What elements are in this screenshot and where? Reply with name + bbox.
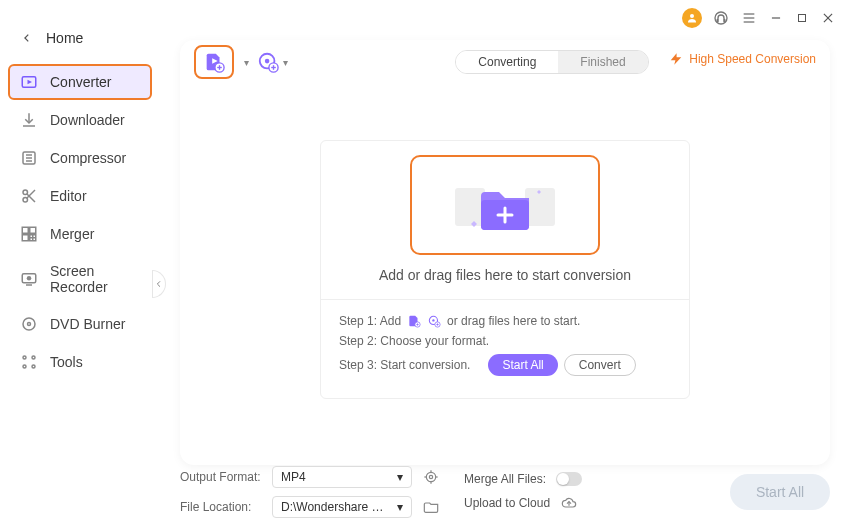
step-2: Step 2: Choose your format. xyxy=(339,334,671,348)
open-folder-icon[interactable] xyxy=(422,498,440,516)
step-1: Step 1: Add or drag files here to start. xyxy=(339,314,671,328)
add-file-button[interactable] xyxy=(194,45,234,79)
converter-icon xyxy=(20,73,38,91)
sidebar-item-merger[interactable]: Merger xyxy=(8,216,152,252)
svg-point-31 xyxy=(28,323,31,326)
step-3: Step 3: Start conversion. Start All Conv… xyxy=(339,354,671,376)
cloud-upload-icon[interactable] xyxy=(560,494,578,512)
content-panel: ▾ ▾ Converting Finished High Speed Co xyxy=(180,40,830,465)
svg-point-60 xyxy=(429,475,432,478)
svg-marker-12 xyxy=(28,80,33,85)
add-file-dropdown-caret[interactable]: ▾ xyxy=(244,57,249,68)
add-file-mini-icon xyxy=(407,314,421,328)
sidebar-item-tools[interactable]: Tools xyxy=(8,344,152,380)
sidebar-item-label: Converter xyxy=(50,74,111,90)
chevron-left-icon xyxy=(155,280,163,288)
sidebar-item-converter[interactable]: Converter xyxy=(8,64,152,100)
svg-point-55 xyxy=(432,319,434,321)
dropzone-text: Add or drag files here to start conversi… xyxy=(335,267,675,283)
add-dvd-icon xyxy=(257,51,279,73)
sidebar-item-label: Tools xyxy=(50,354,83,370)
svg-rect-22 xyxy=(30,227,36,233)
chevron-down-icon: ▾ xyxy=(397,470,403,484)
sidebar-home[interactable]: Home xyxy=(0,22,160,64)
dropzone-box[interactable] xyxy=(410,155,600,255)
sidebar-item-label: Editor xyxy=(50,188,87,204)
chevron-left-icon xyxy=(22,33,32,43)
svg-marker-45 xyxy=(671,53,682,65)
sidebar-item-label: Screen Recorder xyxy=(50,263,140,295)
merge-label: Merge All Files: xyxy=(464,472,546,486)
sidebar: Home Converter Downloader Compressor Edi… xyxy=(0,0,160,525)
sidebar-item-label: DVD Burner xyxy=(50,316,125,332)
svg-point-28 xyxy=(27,276,32,281)
dropzone-steps: Step 1: Add or drag files here to start.… xyxy=(321,299,689,398)
add-file-icon xyxy=(203,51,225,73)
svg-rect-23 xyxy=(22,235,28,241)
chevron-down-icon: ▾ xyxy=(397,500,403,514)
sidebar-item-screen-recorder[interactable]: Screen Recorder xyxy=(8,254,152,304)
sidebar-item-compressor[interactable]: Compressor xyxy=(8,140,152,176)
file-location-value: D:\Wondershare UniConverter 1 xyxy=(281,500,391,514)
high-speed-label: High Speed Conversion xyxy=(689,52,816,66)
svg-rect-21 xyxy=(22,227,28,233)
sidebar-home-label: Home xyxy=(46,30,83,46)
svg-point-35 xyxy=(32,365,35,368)
output-format-label: Output Format: xyxy=(180,470,262,484)
file-location-label: File Location: xyxy=(180,500,262,514)
lightning-icon xyxy=(669,52,683,66)
recorder-icon xyxy=(20,270,38,288)
step1-prefix: Step 1: Add xyxy=(339,314,401,328)
svg-point-41 xyxy=(265,59,270,64)
output-settings-icon[interactable] xyxy=(422,468,440,486)
upload-label: Upload to Cloud xyxy=(464,496,550,510)
sidebar-item-dvd-burner[interactable]: DVD Burner xyxy=(8,306,152,342)
svg-point-59 xyxy=(426,472,435,481)
high-speed-conversion[interactable]: High Speed Conversion xyxy=(669,52,816,66)
add-dvd-button[interactable] xyxy=(255,49,281,75)
svg-point-32 xyxy=(23,356,26,359)
dropzone: Add or drag files here to start conversi… xyxy=(320,140,690,399)
dropzone-upper: Add or drag files here to start conversi… xyxy=(321,141,689,299)
tools-icon xyxy=(20,353,38,371)
output-format-value: MP4 xyxy=(281,470,306,484)
add-dvd-dropdown-caret[interactable]: ▾ xyxy=(283,57,288,68)
tab-finished[interactable]: Finished xyxy=(558,51,647,73)
downloader-icon xyxy=(20,111,38,129)
editor-icon xyxy=(20,187,38,205)
start-all-main-button[interactable]: Start All xyxy=(730,474,830,510)
bottom-bar: Output Format: MP4 ▾ File Location: D:\W… xyxy=(180,467,830,517)
svg-point-33 xyxy=(32,356,35,359)
dvd-icon xyxy=(20,315,38,333)
sidebar-item-label: Merger xyxy=(50,226,94,242)
step3-text: Step 3: Start conversion. xyxy=(339,358,470,372)
sidebar-item-label: Compressor xyxy=(50,150,126,166)
panel-toolbar: ▾ ▾ Converting Finished High Speed Co xyxy=(180,40,830,84)
sidebar-item-downloader[interactable]: Downloader xyxy=(8,102,152,138)
svg-point-34 xyxy=(23,365,26,368)
sidebar-item-label: Downloader xyxy=(50,112,125,128)
status-tabs: Converting Finished xyxy=(455,50,648,74)
convert-button[interactable]: Convert xyxy=(564,354,636,376)
compressor-icon xyxy=(20,149,38,167)
step1-suffix: or drag files here to start. xyxy=(447,314,580,328)
sidebar-item-editor[interactable]: Editor xyxy=(8,178,152,214)
add-dvd-mini-icon xyxy=(427,314,441,328)
folder-illustration xyxy=(445,170,565,240)
tab-converting[interactable]: Converting xyxy=(456,51,558,73)
svg-rect-46 xyxy=(455,188,485,226)
merge-toggle[interactable] xyxy=(556,472,582,486)
start-all-button[interactable]: Start All xyxy=(488,354,557,376)
main-area: ▾ ▾ Converting Finished High Speed Co xyxy=(160,0,850,525)
svg-rect-47 xyxy=(525,188,555,226)
output-format-select[interactable]: MP4 ▾ xyxy=(272,466,412,488)
file-location-select[interactable]: D:\Wondershare UniConverter 1 ▾ xyxy=(272,496,412,518)
svg-point-30 xyxy=(23,318,35,330)
merger-icon xyxy=(20,225,38,243)
